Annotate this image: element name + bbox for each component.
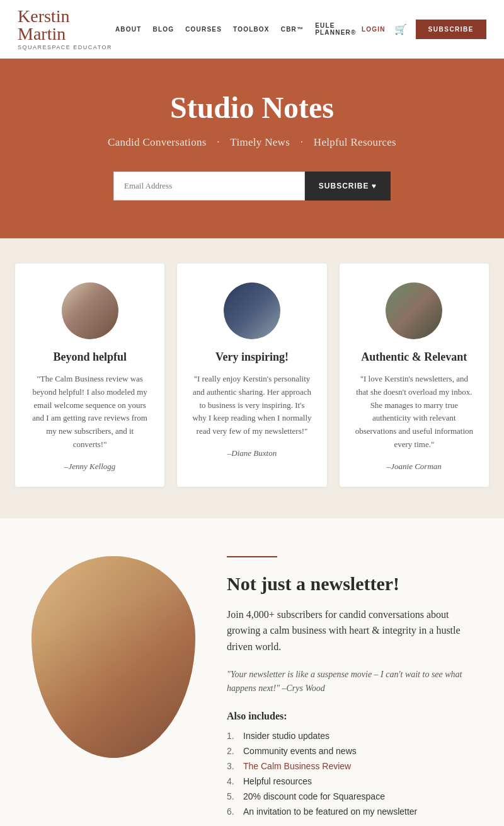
avatar xyxy=(224,282,280,339)
testimonial-title: Beyond helpful xyxy=(30,351,149,364)
testimonial-card: Beyond helpful "The Calm Business review… xyxy=(15,264,164,487)
hero-form: SUBSCRIBE ♥ xyxy=(113,172,391,201)
testimonial-card: Authentic & Relevant "I love Kerstin's n… xyxy=(340,264,489,487)
about-quote: "Your newsletter is like a suspense movi… xyxy=(227,668,472,696)
logo[interactable]: Kerstin Martin Squarespace Educator xyxy=(18,8,115,50)
about-image-column xyxy=(32,556,195,758)
about-divider xyxy=(227,556,277,557)
calm-business-review-link[interactable]: The Calm Business Review xyxy=(243,761,351,771)
about-section: Not just a newsletter! Join 4,000+ subsc… xyxy=(0,518,504,826)
nav-cbr[interactable]: CBR™ xyxy=(281,26,304,33)
hero-subtitle-2: Timely News xyxy=(230,136,290,148)
hero-section: Studio Notes Candid Conversations · Time… xyxy=(0,59,504,238)
nav-toolbox[interactable]: Toolbox xyxy=(233,26,270,33)
nav-right: Login 🛒 Subscribe xyxy=(362,20,486,39)
about-description: Join 4,000+ subscribers for candid conve… xyxy=(227,607,472,655)
nav-links: About Blog Courses Toolbox CBR™ Eule Pla… xyxy=(115,22,362,36)
about-title: Not just a newsletter! xyxy=(227,573,472,595)
testimonials-grid: Beyond helpful "The Calm Business review… xyxy=(15,264,489,487)
testimonial-author: –Joanie Corman xyxy=(355,462,474,472)
nav-eule-planner[interactable]: Eule Planner® xyxy=(315,22,362,36)
hero-subtitle-3: Helpful Resources xyxy=(314,136,396,148)
logo-subtitle: Squarespace Educator xyxy=(18,44,112,50)
hero-subscribe-button[interactable]: SUBSCRIBE ♥ xyxy=(305,172,391,201)
list-item: 5.20% discount code for Squarespace xyxy=(227,791,472,801)
testimonial-author: –Jenny Kellogg xyxy=(30,462,149,472)
hero-email-input[interactable] xyxy=(113,172,305,201)
hero-dot-2: · xyxy=(301,136,304,148)
hero-title: Studio Notes xyxy=(19,90,485,125)
testimonial-title: Very inspiring! xyxy=(192,351,311,364)
includes-list: 1.Insider studio updates 2.Community eve… xyxy=(227,731,472,817)
list-item: 3.The Calm Business Review xyxy=(227,761,472,771)
nav-courses[interactable]: Courses xyxy=(185,26,222,33)
login-link[interactable]: Login xyxy=(362,26,386,33)
also-includes-label: Also includes: xyxy=(227,711,472,722)
testimonial-card: Very inspiring! "I really enjoy Kerstin'… xyxy=(177,264,326,487)
hero-dot-1: · xyxy=(217,136,220,148)
nav-subscribe-button[interactable]: Subscribe xyxy=(416,20,486,39)
about-content: Not just a newsletter! Join 4,000+ subsc… xyxy=(227,556,472,822)
testimonial-quote: "I love Kerstin's newsletters, and that … xyxy=(355,373,474,451)
about-photo xyxy=(32,556,195,758)
testimonial-quote: "The Calm Business review was beyond hel… xyxy=(30,373,149,451)
testimonial-author: –Diane Buxton xyxy=(192,448,311,458)
hero-subtitle-1: Candid Conversations xyxy=(108,136,207,148)
list-item: 4.Helpful resources xyxy=(227,776,472,786)
testimonial-title: Authentic & Relevant xyxy=(355,351,474,364)
nav-about[interactable]: About xyxy=(115,26,142,33)
hero-subtitle: Candid Conversations · Timely News · Hel… xyxy=(19,136,485,149)
testimonial-quote: "I really enjoy Kerstin's personality an… xyxy=(192,373,311,438)
logo-text: Kerstin Martin xyxy=(18,8,115,43)
list-item: 1.Insider studio updates xyxy=(227,731,472,741)
nav-blog[interactable]: Blog xyxy=(153,26,175,33)
list-item: 6.An invitation to be featured on my new… xyxy=(227,806,472,817)
list-item: 2.Community events and news xyxy=(227,746,472,756)
cart-icon[interactable]: 🛒 xyxy=(394,23,407,35)
avatar xyxy=(62,282,118,339)
navbar: Kerstin Martin Squarespace Educator Abou… xyxy=(0,0,504,59)
testimonials-section: Beyond helpful "The Calm Business review… xyxy=(0,238,504,518)
avatar xyxy=(386,282,442,339)
